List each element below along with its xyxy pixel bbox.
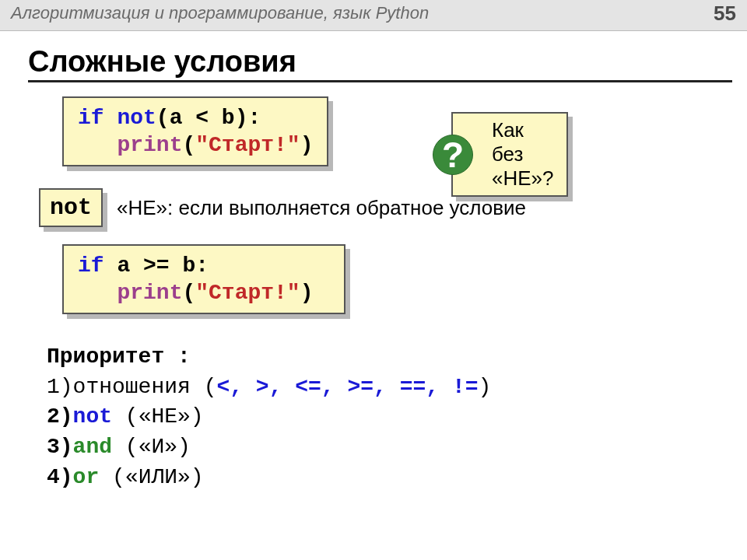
not-label-box: not xyxy=(39,188,103,227)
p3-kw: and xyxy=(73,435,112,459)
p3b: («И») xyxy=(112,435,191,459)
kw-not: not xyxy=(117,106,156,130)
code-box-2-wrap: if a >= b: print("Старт!") xyxy=(62,244,345,314)
priority-line-1: 1)отношения (<, >, <=, >=, ==, !=) xyxy=(47,373,724,403)
callout-box-wrap: ? Как без «НЕ»? xyxy=(451,112,568,197)
code1-open: ( xyxy=(182,133,195,157)
not-description: «НЕ»: если выполняется обратное условие xyxy=(117,196,526,220)
code2-close: ) xyxy=(300,281,314,305)
p2b: («НЕ») xyxy=(112,404,204,429)
code1-expr: (a < b): xyxy=(156,106,261,130)
code2-expr: a >= b: xyxy=(104,254,209,278)
callout-box: ? Как без «НЕ»? xyxy=(451,112,568,197)
not-box-wrap: not xyxy=(39,188,103,227)
row-not-explain: not «НЕ»: если выполняется обратное усло… xyxy=(39,188,724,227)
callout-text: Как без «НЕ»? xyxy=(492,118,554,190)
priority-line-4: 4)or («ИЛИ») xyxy=(47,463,724,493)
p2a: 2) xyxy=(47,404,73,429)
priority-heading: Приоритет : xyxy=(47,342,724,373)
kw-if: if xyxy=(78,106,104,130)
slide-header: Алгоритмизация и программирование, язык … xyxy=(0,0,747,31)
code-box-1: if not(a < b): print("Старт!") xyxy=(62,96,328,166)
kw-if-2: if xyxy=(78,254,104,278)
priority-list: Приоритет : 1)отношения (<, >, <=, >=, =… xyxy=(47,342,724,492)
row-code-and-callout: if not(a < b): print("Старт!") ? Как без… xyxy=(62,96,724,166)
code1-close: ) xyxy=(300,133,314,157)
fn-print-2: print xyxy=(117,281,182,305)
question-mark-icon: ? xyxy=(433,135,473,175)
code1-str: "Старт!" xyxy=(195,133,300,157)
page-number: 55 xyxy=(714,2,736,26)
row-code-2: if a >= b: print("Старт!") xyxy=(62,244,724,314)
priority-line-2: 2)not («НЕ») xyxy=(47,402,724,432)
fn-print: print xyxy=(117,133,182,157)
code-box-2: if a >= b: print("Старт!") xyxy=(62,244,345,314)
p1-ops: <, >, <=, >=, ==, != xyxy=(216,375,478,399)
code2-open: ( xyxy=(182,281,195,305)
header-title: Алгоритмизация и программирование, язык … xyxy=(11,3,429,23)
code2-str: "Старт!" xyxy=(195,281,300,305)
p4a: 4) xyxy=(47,465,73,489)
p3a: 3) xyxy=(47,435,73,459)
slide-title: Сложные условия xyxy=(28,45,732,82)
priority-line-3: 3)and («И») xyxy=(47,432,724,463)
p2-kw: not xyxy=(73,404,112,429)
slide-content: Сложные условия if not(a < b): print("Ст… xyxy=(0,31,747,492)
code2-indent xyxy=(78,281,117,305)
p4b: («ИЛИ») xyxy=(99,465,203,489)
code-box-1-wrap: if not(a < b): print("Старт!") xyxy=(62,96,328,166)
p1b: ) xyxy=(479,375,492,399)
p1a: 1)отношения ( xyxy=(47,375,216,399)
code1-indent xyxy=(78,133,117,157)
p4-kw: or xyxy=(73,465,100,489)
